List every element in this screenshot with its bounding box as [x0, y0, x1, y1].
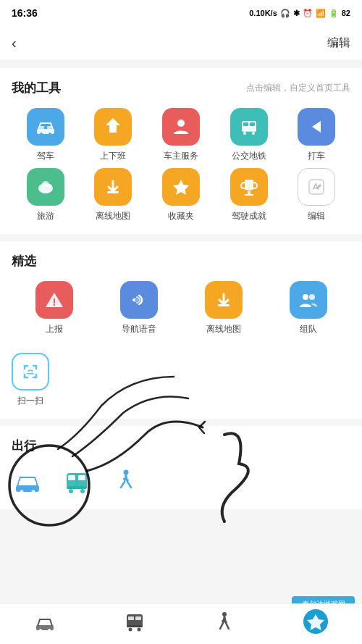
- tool-item-travel[interactable]: 旅游: [12, 168, 80, 222]
- team-icon: [290, 281, 327, 319]
- svg-rect-20: [245, 194, 253, 196]
- favorites-label: 收藏夹: [168, 210, 194, 222]
- svg-rect-24: [54, 304, 55, 306]
- bottom-bus-icon[interactable]: [123, 610, 146, 638]
- section-header-featured: 精选: [12, 253, 350, 269]
- svg-point-14: [42, 181, 49, 187]
- chuxing-title: 出行: [12, 438, 36, 454]
- report-icon: [35, 281, 73, 319]
- chuxing-walk[interactable]: [110, 466, 142, 498]
- travel-icon: [27, 168, 64, 206]
- report-label: 上报: [46, 323, 63, 335]
- my-tools-hint: 点击编辑，自定义首页工具: [246, 82, 350, 94]
- tool-item-favorites[interactable]: 收藏夹: [147, 168, 215, 222]
- achievement-icon: [230, 168, 268, 206]
- svg-rect-52: [127, 625, 143, 627]
- commute-label: 上下班: [100, 150, 126, 162]
- svg-rect-8: [250, 122, 255, 126]
- featured-item-report[interactable]: 上报: [12, 281, 96, 335]
- svg-marker-12: [312, 121, 321, 133]
- svg-point-54: [138, 628, 141, 632]
- svg-rect-0: [37, 129, 54, 134]
- svg-point-53: [129, 628, 132, 632]
- svg-point-47: [39, 629, 42, 632]
- tool-grid: 驾车 上下班 车主服务: [12, 108, 350, 222]
- svg-rect-19: [248, 191, 251, 194]
- section-header-tools: 我的工具 点击编辑，自定义首页工具: [12, 80, 350, 96]
- taxi-icon: [298, 108, 335, 146]
- tool-item-taxi[interactable]: 打车: [282, 108, 350, 162]
- transit-label: 公交地铁: [232, 150, 266, 162]
- voice-icon: [120, 281, 158, 319]
- travel-label: 旅游: [37, 210, 54, 222]
- svg-rect-39: [78, 475, 85, 480]
- svg-point-10: [243, 132, 246, 135]
- tool-item-transit[interactable]: 公交地铁: [215, 108, 283, 162]
- svg-point-11: [252, 132, 255, 135]
- bottom-brand-icon[interactable]: [303, 609, 329, 640]
- tool-item-edit[interactable]: 编辑: [282, 168, 350, 222]
- svg-rect-36: [30, 481, 36, 485]
- section-header-chuxing: 出行: [12, 438, 350, 454]
- tool-item-drive[interactable]: 驾车: [12, 108, 80, 162]
- chuxing-car[interactable]: [12, 466, 43, 498]
- team-label: 组队: [300, 323, 317, 335]
- bottom-car-icon[interactable]: [33, 610, 56, 638]
- network-speed: 0.10K/s: [249, 9, 277, 17]
- svg-rect-3: [40, 126, 44, 129]
- tool-item-achievement[interactable]: 驾驶成就: [215, 168, 283, 222]
- featured-item-team[interactable]: 组队: [266, 281, 350, 335]
- drive-label: 驾车: [37, 150, 54, 162]
- svg-rect-9: [242, 130, 256, 132]
- offline2-label: 离线地图: [206, 323, 241, 335]
- scan-label: 扫一扫: [17, 395, 43, 407]
- featured-title: 精选: [12, 253, 36, 269]
- offline2-icon: [205, 281, 243, 319]
- svg-rect-50: [128, 616, 134, 620]
- status-time: 16:36: [12, 7, 38, 19]
- featured-item-offline2[interactable]: 离线地图: [181, 281, 266, 335]
- edit-icon: [298, 168, 335, 206]
- svg-rect-51: [135, 616, 141, 620]
- svg-rect-43: [75, 473, 78, 489]
- scan-item[interactable]: 扫一扫: [12, 353, 49, 407]
- svg-point-48: [48, 629, 51, 632]
- my-tools-title: 我的工具: [12, 80, 61, 96]
- svg-point-33: [20, 490, 24, 494]
- status-icons: 0.10K/s 🎧 ✱ ⏰ 📶 🔋 82: [249, 9, 350, 18]
- commute-icon: [94, 108, 132, 146]
- signal-icon: 📶: [316, 9, 326, 18]
- svg-rect-26: [218, 304, 230, 306]
- bluetooth-icon: 🎧: [280, 9, 290, 18]
- svg-point-34: [32, 490, 35, 494]
- svg-point-27: [303, 294, 308, 300]
- owner-label: 车主服务: [164, 150, 198, 162]
- svg-point-5: [177, 120, 185, 127]
- my-tools-section: 我的工具 点击编辑，自定义首页工具 驾车: [0, 68, 362, 234]
- svg-rect-23: [54, 298, 55, 304]
- bottom-bar: [0, 603, 362, 644]
- svg-marker-18: [173, 180, 189, 195]
- featured-grid: 上报 导航语音 离线地图: [12, 281, 350, 335]
- drive-icon: [27, 108, 64, 146]
- nav-title: 编辑: [327, 35, 350, 51]
- tool-item-offline[interactable]: 离线地图: [80, 168, 148, 222]
- offline-icon: [94, 168, 132, 206]
- chuxing-icons-row: [12, 466, 350, 498]
- svg-point-42: [80, 489, 85, 493]
- featured-section: 精选 上报 导航语音: [0, 241, 362, 419]
- bluetooth2-icon: ✱: [293, 9, 300, 18]
- chuxing-bus[interactable]: [61, 466, 93, 498]
- bottom-walk-icon[interactable]: [213, 610, 236, 638]
- svg-rect-4: [47, 126, 51, 129]
- svg-point-1: [40, 133, 43, 135]
- svg-rect-17: [107, 191, 119, 193]
- taxi-label: 打车: [308, 150, 325, 162]
- svg-point-29: [28, 370, 30, 372]
- back-button[interactable]: ‹: [12, 35, 17, 51]
- svg-point-15: [49, 184, 51, 187]
- tool-item-commute[interactable]: 上下班: [80, 108, 148, 162]
- svg-point-30: [32, 370, 33, 372]
- featured-item-voice[interactable]: 导航语音: [96, 281, 181, 335]
- tool-item-owner[interactable]: 车主服务: [147, 108, 215, 162]
